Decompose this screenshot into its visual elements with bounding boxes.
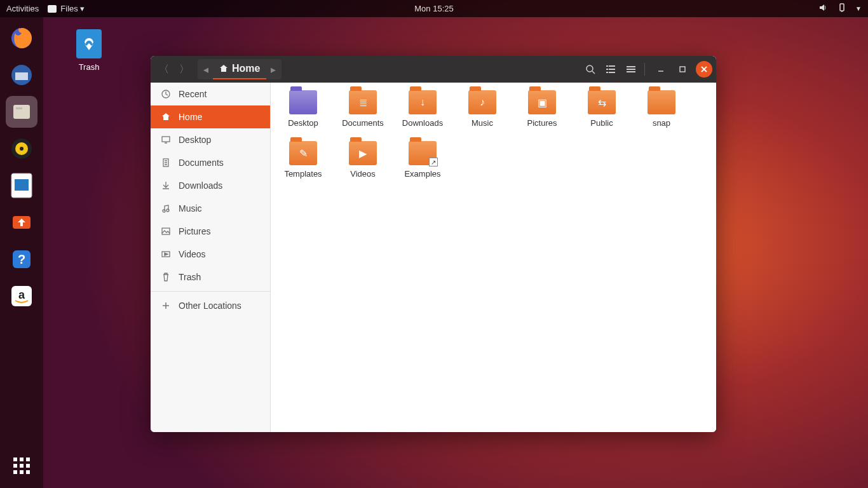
- maximize-button[interactable]: [674, 61, 691, 78]
- svg-rect-16: [606, 65, 608, 67]
- minimize-button[interactable]: [653, 61, 669, 78]
- svg-rect-20: [606, 72, 608, 73]
- sidebar-downloads[interactable]: Downloads: [151, 174, 270, 197]
- show-applications-button[interactable]: [6, 450, 37, 482]
- folder-documents[interactable]: ≣Documents: [333, 89, 393, 140]
- folder-pictures[interactable]: ▣Pictures: [512, 89, 572, 140]
- sidebar-home[interactable]: Home: [151, 105, 270, 128]
- sidebar-label: Other Locations: [179, 301, 241, 311]
- files-mini-icon: [48, 5, 57, 13]
- folder-label: Documents: [342, 118, 384, 128]
- folder-icon: ▣: [528, 90, 556, 114]
- svg-text:a: a: [18, 288, 25, 301]
- folder-label: Public: [590, 118, 613, 128]
- folder-templates[interactable]: ✎Templates: [273, 140, 333, 191]
- dock-files[interactable]: [6, 96, 37, 128]
- home-icon: [161, 112, 171, 121]
- sidebar-music[interactable]: Music: [151, 197, 270, 220]
- svg-rect-18: [606, 69, 608, 70]
- folder-music[interactable]: ♪Music: [452, 89, 512, 140]
- sidebar-label: Desktop: [179, 135, 211, 145]
- documents-icon: [161, 158, 171, 167]
- pictures-icon: [161, 227, 171, 236]
- folder-glyph-icon: ▶: [349, 141, 377, 165]
- nav-forward-button[interactable]: 〉: [175, 60, 194, 79]
- folder-glyph-icon: ♪: [468, 90, 496, 114]
- folder-icon: ↗: [409, 141, 437, 165]
- close-icon: [700, 65, 708, 73]
- list-view-icon: [606, 64, 616, 74]
- videos-icon: [161, 250, 171, 259]
- folder-glyph-icon: ≣: [349, 90, 377, 114]
- dock-firefox[interactable]: [6, 22, 37, 54]
- hamburger-menu-button[interactable]: [621, 60, 641, 79]
- folder-public[interactable]: ⇆Public: [572, 89, 632, 140]
- folder-icon: [289, 90, 317, 114]
- folder-icon: ♪: [468, 90, 496, 114]
- folder-glyph-icon: ▣: [528, 90, 556, 114]
- folder-desktop[interactable]: Desktop: [273, 89, 333, 140]
- volume-icon[interactable]: [818, 3, 829, 15]
- activities-button[interactable]: Activities: [6, 4, 39, 13]
- svg-rect-0: [840, 4, 844, 11]
- dock-rhythmbox[interactable]: [6, 133, 37, 165]
- svg-rect-9: [15, 179, 29, 191]
- app-menu[interactable]: Files ▾: [48, 4, 85, 13]
- desktop-trash[interactable]: Trash: [70, 29, 108, 72]
- minimize-icon: [657, 65, 665, 73]
- titlebar[interactable]: 〈 〉 ◂ Home ▸: [151, 56, 716, 83]
- desktop-trash-label: Trash: [70, 62, 108, 72]
- sidebar-label: Documents: [179, 158, 224, 168]
- sidebar-label: Music: [179, 203, 202, 214]
- sidebar-label: Downloads: [179, 180, 222, 191]
- sidebar-trash[interactable]: Trash: [151, 266, 270, 288]
- app-menu-label: Files ▾: [60, 4, 85, 13]
- folder-icon: [648, 90, 675, 114]
- folder-downloads[interactable]: ↓Downloads: [393, 89, 452, 140]
- svg-rect-21: [609, 72, 615, 73]
- folder-grid[interactable]: Desktop≣Documents↓Downloads♪Music▣Pictur…: [271, 83, 716, 432]
- dock-thunderbird[interactable]: [6, 59, 37, 91]
- folder-label: Desktop: [288, 118, 318, 128]
- path-prev-icon[interactable]: ◂: [199, 64, 213, 76]
- sidebar-other-locations[interactable]: Other Locations: [151, 294, 270, 317]
- dock-amazon[interactable]: a: [6, 280, 37, 312]
- svg-point-30: [166, 209, 169, 212]
- power-icon[interactable]: [837, 3, 846, 15]
- svg-rect-31: [162, 228, 170, 234]
- search-button[interactable]: [581, 60, 600, 79]
- svg-rect-17: [609, 65, 615, 67]
- system-menu-caret-icon[interactable]: ▼: [855, 5, 862, 12]
- path-bar[interactable]: ◂ Home ▸: [198, 59, 281, 79]
- dock-writer[interactable]: [6, 170, 37, 201]
- list-view-button[interactable]: [601, 60, 620, 79]
- clock-icon: [161, 90, 171, 98]
- svg-rect-19: [609, 69, 615, 70]
- sidebar-videos[interactable]: Videos: [151, 243, 270, 266]
- folder-icon: ↓: [409, 90, 437, 114]
- sidebar-pictures[interactable]: Pictures: [151, 220, 270, 243]
- search-icon: [585, 64, 595, 74]
- clock[interactable]: Mon 15:25: [414, 4, 453, 13]
- sidebar-recent[interactable]: Recent: [151, 83, 270, 105]
- folder-examples[interactable]: ↗Examples: [393, 140, 452, 191]
- dock-help[interactable]: ?: [6, 243, 37, 275]
- folder-videos[interactable]: ▶Videos: [333, 140, 393, 191]
- trash-icon: [76, 29, 102, 58]
- folder-icon: ✎: [289, 141, 317, 165]
- close-button[interactable]: [696, 61, 712, 78]
- dock-software[interactable]: [6, 207, 37, 238]
- sidebar-divider: [151, 291, 270, 292]
- folder-glyph-icon: ✎: [289, 141, 317, 165]
- sidebar-desktop[interactable]: Desktop: [151, 128, 270, 151]
- path-segment-home[interactable]: Home: [213, 59, 266, 79]
- desktop-icon: [161, 135, 171, 144]
- folder-snap[interactable]: snap: [632, 89, 691, 140]
- svg-rect-3: [13, 105, 30, 119]
- path-next-icon[interactable]: ▸: [266, 64, 280, 76]
- sidebar: Recent Home Desktop Documents Downloads …: [151, 83, 271, 432]
- sidebar-documents[interactable]: Documents: [151, 151, 270, 174]
- nav-back-button[interactable]: 〈: [154, 60, 173, 79]
- folder-label: Downloads: [402, 118, 443, 128]
- svg-rect-23: [627, 69, 635, 70]
